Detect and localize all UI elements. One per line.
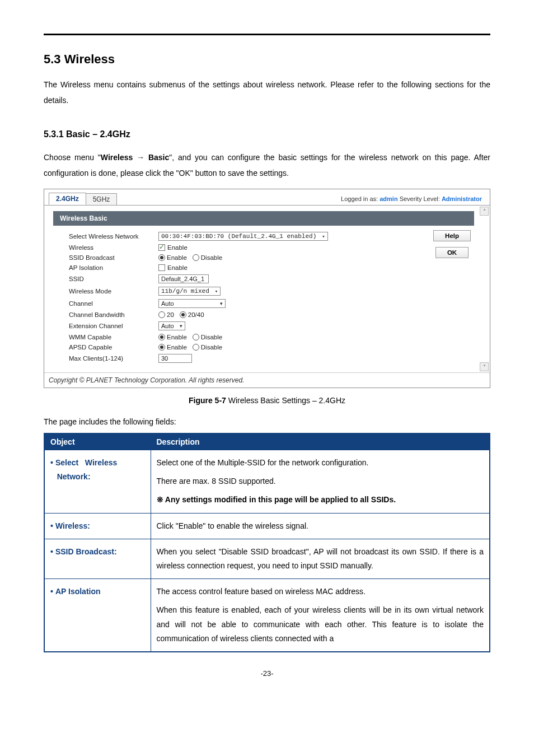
apsd-enable-radio[interactable] (158, 344, 165, 351)
label-wireless-mode: Wireless Mode (69, 288, 158, 295)
login-status: Logged in as: admin Severity Level: Admi… (341, 195, 485, 202)
ssid-broadcast-disable-radio[interactable] (193, 254, 199, 261)
label-wireless: Wireless (69, 244, 158, 251)
label-max-clients: Max Clients(1-124) (69, 355, 158, 362)
label-wmm-capable: WMM Capable (69, 334, 158, 340)
label-ssid: SSID (69, 276, 158, 282)
intro-paragraph: The Wireless menu contains submenus of t… (44, 77, 490, 108)
tab-24ghz[interactable]: 2.4GHz (49, 193, 86, 205)
top-divider (44, 34, 490, 35)
chevron-down-icon: ▾ (215, 288, 218, 295)
label-channel-bandwidth: Channel Bandwidth (69, 311, 158, 318)
page-number: -23- (44, 669, 490, 678)
admin-screenshot: 2.4GHz 5GHz Logged in as: admin Severity… (44, 189, 490, 388)
panel-title: Wireless Basic (53, 211, 474, 226)
label-ssid-broadcast: SSID Broadcast (69, 254, 158, 261)
label-select-network: Select Wireless Network (69, 233, 158, 240)
desc-ssid-broadcast: When you select "Disable SSID broadcast"… (151, 539, 490, 578)
col-description: Description (151, 433, 490, 450)
figure-caption: Figure 5-7 Wireless Basic Settings – 2.4… (44, 396, 490, 405)
label-channel: Channel (69, 300, 158, 307)
copyright-text: Copyright © PLANET Technology Corporatio… (44, 372, 490, 388)
table-row: •AP Isolation The access control feature… (44, 579, 490, 652)
table-row: •Wireless: Click "Enable" to enable the … (44, 513, 490, 539)
max-clients-input[interactable]: 30 (158, 354, 192, 363)
table-row: •Select Wireless Network: Select one of … (44, 450, 490, 514)
cbw-2040-radio[interactable] (180, 311, 186, 318)
description-table: Object Description •Select Wireless Netw… (44, 433, 490, 652)
obj-ssid-broadcast: •SSID Broadcast: (44, 539, 151, 578)
ssid-broadcast-enable-radio[interactable] (158, 254, 165, 261)
obj-ap-isolation: •AP Isolation (44, 579, 151, 652)
subsection-intro: Choose menu "Wireless → Basic", and you … (44, 150, 490, 181)
obj-select-wireless-network: •Select Wireless Network: (44, 450, 151, 514)
cbw-20-radio[interactable] (158, 311, 165, 318)
col-object: Object (44, 433, 151, 450)
wireless-mode-select[interactable]: 11b/g/n mixed▾ (158, 287, 221, 296)
chevron-down-icon: ▾ (322, 234, 325, 240)
ssid-input[interactable]: Default_2.4G_1 (158, 274, 209, 283)
chevron-down-icon: ▾ (180, 323, 182, 329)
desc-ap-isolation: The access control feature based on wire… (151, 579, 490, 652)
label-ap-isolation: AP Isolation (69, 264, 158, 271)
ok-button[interactable]: OK (435, 247, 469, 258)
scroll-up-icon[interactable]: ˄ (480, 207, 489, 216)
label-extension-channel: Extension Channel (69, 323, 158, 329)
help-button[interactable]: Help (433, 230, 471, 241)
channel-select[interactable]: Auto▾ (158, 299, 226, 308)
desc-select-wireless-network: Select one of the Multiple-SSID for the … (151, 450, 490, 514)
scroll-down-icon[interactable]: ˅ (480, 362, 489, 371)
obj-wireless: •Wireless: (44, 513, 151, 539)
wmm-disable-radio[interactable] (193, 334, 199, 340)
chevron-down-icon: ▾ (220, 301, 223, 306)
table-row: •SSID Broadcast: When you select "Disabl… (44, 539, 490, 578)
subsection-title: 5.3.1 Basic – 2.4GHz (44, 129, 490, 139)
desc-wireless: Click "Enable" to enable the wireless si… (151, 513, 490, 539)
section-title: 5.3 Wireless (44, 52, 490, 67)
apsd-disable-radio[interactable] (193, 344, 199, 351)
label-apsd-capable: APSD Capable (69, 344, 158, 351)
wmm-enable-radio[interactable] (158, 334, 165, 340)
wireless-enable-label: Enable (167, 244, 188, 251)
select-wireless-network[interactable]: 00:30:4F:03:BD:70 (Default_2.4G_1 enable… (158, 232, 328, 241)
tab-5ghz[interactable]: 5GHz (86, 193, 118, 205)
extension-channel-select[interactable]: Auto▾ (158, 321, 185, 330)
wireless-enable-checkbox[interactable] (158, 244, 165, 251)
ap-isolation-checkbox[interactable] (158, 264, 165, 271)
fields-intro: The page includes the following fields: (44, 417, 490, 426)
